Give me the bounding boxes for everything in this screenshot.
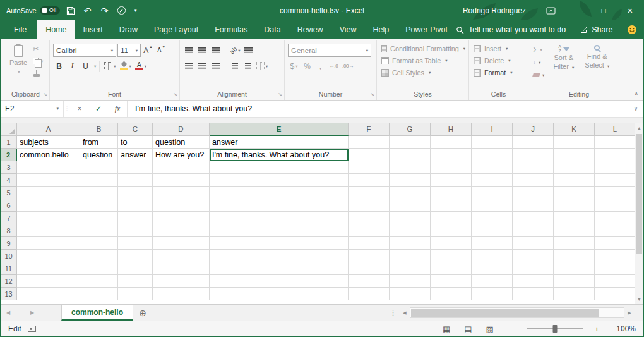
cell-I7[interactable] xyxy=(472,212,513,224)
cell-F2[interactable] xyxy=(349,149,390,161)
zoom-slider-thumb[interactable] xyxy=(553,325,558,333)
cell-B5[interactable] xyxy=(80,187,118,199)
cell-C7[interactable] xyxy=(118,212,153,224)
cell-F11[interactable] xyxy=(349,262,390,275)
cell-D4[interactable] xyxy=(153,174,210,187)
row-header-8[interactable]: 8 xyxy=(1,224,17,237)
row-header-1[interactable]: 1 xyxy=(1,136,17,149)
cell-J3[interactable] xyxy=(513,161,554,174)
cell-F13[interactable] xyxy=(349,288,390,300)
zoom-in-button[interactable]: + xyxy=(594,324,599,334)
cell-D10[interactable] xyxy=(153,250,210,262)
cell-C13[interactable] xyxy=(118,288,153,300)
cell-L13[interactable] xyxy=(595,288,636,300)
bold-button[interactable]: B xyxy=(53,59,65,73)
borders-button[interactable]: ▾ xyxy=(103,59,117,73)
row-header-10[interactable]: 10 xyxy=(1,250,17,262)
cell-I2[interactable] xyxy=(472,149,513,161)
tab-power-pivot[interactable]: Power Pivot xyxy=(397,20,456,39)
cell-I3[interactable] xyxy=(472,161,513,174)
undo-button[interactable]: ↶ xyxy=(81,4,94,18)
bottom-align-button[interactable] xyxy=(210,44,222,57)
paste-button[interactable]: Paste ▾ xyxy=(5,42,32,78)
cell-I10[interactable] xyxy=(472,250,513,262)
collapse-ribbon-button[interactable]: ∧ xyxy=(634,90,638,97)
tab-formulas[interactable]: Formulas xyxy=(206,20,256,39)
font-color-button[interactable]: A▾ xyxy=(134,59,148,73)
fill-button[interactable]: ↓▾ xyxy=(532,57,546,68)
cell-G9[interactable] xyxy=(390,237,431,250)
cell-G7[interactable] xyxy=(390,212,431,224)
cell-J9[interactable] xyxy=(513,237,554,250)
cell-H7[interactable] xyxy=(431,212,472,224)
column-header-H[interactable]: H xyxy=(431,123,472,136)
cell-H9[interactable] xyxy=(431,237,472,250)
cell-A7[interactable] xyxy=(17,212,80,224)
cell-H5[interactable] xyxy=(431,187,472,199)
account-user-name[interactable]: Rodrigo Rodriguez xyxy=(463,6,526,15)
column-header-I[interactable]: I xyxy=(472,123,513,136)
cell-A1[interactable]: subjects xyxy=(17,136,80,149)
scroll-left-icon[interactable]: ◀ xyxy=(400,305,410,321)
cell-C9[interactable] xyxy=(118,237,153,250)
cell-G5[interactable] xyxy=(390,187,431,199)
cell-H13[interactable] xyxy=(431,288,472,300)
wrap-text-button[interactable] xyxy=(242,44,254,57)
cell-E6[interactable] xyxy=(210,199,349,212)
underline-button[interactable]: U xyxy=(80,59,92,73)
customize-qat-button[interactable]: ▾ xyxy=(133,4,139,18)
name-box[interactable]: E2 ▾ xyxy=(1,101,64,117)
expand-formula-bar-button[interactable]: ∨ xyxy=(628,101,643,117)
cell-J13[interactable] xyxy=(513,288,554,300)
cell-E8[interactable] xyxy=(210,224,349,237)
delete-cells-button[interactable]: Delete ▾ xyxy=(472,54,525,66)
cell-K11[interactable] xyxy=(554,262,595,275)
vertical-scrollbar[interactable]: ▲ ▼ xyxy=(635,123,643,304)
tab-draw[interactable]: Draw xyxy=(111,20,146,39)
cell-D9[interactable] xyxy=(153,237,210,250)
cell-C2[interactable]: answer xyxy=(118,149,153,161)
cell-K5[interactable] xyxy=(554,187,595,199)
percent-style-button[interactable]: % xyxy=(301,59,313,73)
cell-F1[interactable] xyxy=(349,136,390,149)
autosave-toggle[interactable]: AutoSave Off xyxy=(6,6,60,15)
minimize-button[interactable]: — xyxy=(564,1,590,20)
cell-B13[interactable] xyxy=(80,288,118,300)
cell-C10[interactable] xyxy=(118,250,153,262)
clipboard-dialog-launcher[interactable]: ↘ xyxy=(43,92,47,97)
cell-F8[interactable] xyxy=(349,224,390,237)
cell-K1[interactable] xyxy=(554,136,595,149)
format-painter-button[interactable] xyxy=(32,68,44,78)
row-header-7[interactable]: 7 xyxy=(1,212,17,224)
cell-C1[interactable]: to xyxy=(118,136,153,149)
cell-F9[interactable] xyxy=(349,237,390,250)
decrease-decimal-button[interactable]: .00→ xyxy=(341,59,355,73)
cell-B4[interactable] xyxy=(80,174,118,187)
cell-E13[interactable] xyxy=(210,288,349,300)
row-header-5[interactable]: 5 xyxy=(1,187,17,199)
cell-J10[interactable] xyxy=(513,250,554,262)
cell-G8[interactable] xyxy=(390,224,431,237)
cell-D2[interactable]: How are you? xyxy=(153,149,210,161)
cell-D6[interactable] xyxy=(153,199,210,212)
cell-L12[interactable] xyxy=(595,275,636,288)
touch-mouse-mode-button[interactable] xyxy=(116,4,128,18)
ribbon-display-options-button[interactable] xyxy=(537,1,564,20)
find-select-button[interactable]: Find & Select ▾ xyxy=(581,42,612,80)
cell-H10[interactable] xyxy=(431,250,472,262)
clear-button[interactable]: ▾ xyxy=(532,70,546,80)
cell-I4[interactable] xyxy=(472,174,513,187)
cell-A12[interactable] xyxy=(17,275,80,288)
feedback-smiley-button[interactable] xyxy=(627,25,637,35)
tab-home[interactable]: Home xyxy=(37,20,75,39)
cell-J6[interactable] xyxy=(513,199,554,212)
accounting-format-button[interactable]: $▾ xyxy=(288,59,300,73)
cell-E5[interactable] xyxy=(210,187,349,199)
cell-B6[interactable] xyxy=(80,199,118,212)
row-header-4[interactable]: 4 xyxy=(1,174,17,187)
column-header-J[interactable]: J xyxy=(513,123,554,136)
cell-H3[interactable] xyxy=(431,161,472,174)
cell-L9[interactable] xyxy=(595,237,636,250)
row-header-6[interactable]: 6 xyxy=(1,199,17,212)
cell-K4[interactable] xyxy=(554,174,595,187)
